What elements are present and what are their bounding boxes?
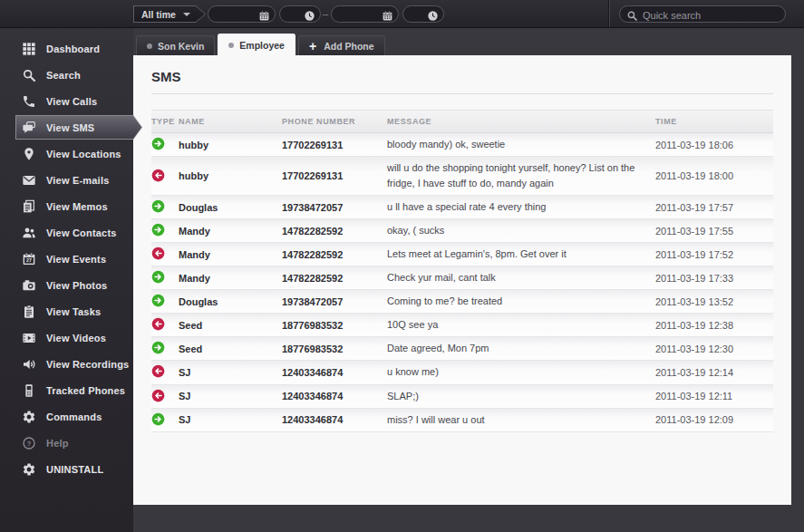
sms-row[interactable]: Mandy14782282592Check yur mail, cant tal…: [151, 266, 773, 290]
sidebar-item-label: View Videos: [46, 333, 106, 343]
sidebar-item-view-videos[interactable]: View Videos: [0, 324, 133, 351]
help-icon: ?: [21, 436, 37, 450]
outgoing-icon: [151, 364, 165, 380]
contacts-icon: [21, 226, 37, 240]
cell-type: [151, 389, 179, 404]
column-header-type[interactable]: TYPE: [151, 117, 179, 126]
cell-message: SLAP;): [387, 389, 655, 404]
sms-row[interactable]: Mandy14782282592okay, ( sucks2011-03-19 …: [151, 219, 773, 243]
sidebar-item-commands[interactable]: Commands: [0, 403, 133, 430]
cell-message: 10Q see ya: [387, 317, 655, 333]
cell-name: SJ: [179, 367, 282, 378]
range-dash: –: [323, 8, 328, 19]
incoming-icon: [151, 223, 165, 238]
tab-son-kevin[interactable]: Son Kevin: [136, 35, 215, 55]
sidebar-item-view-memos[interactable]: View Memos: [0, 193, 133, 219]
outgoing-icon: [151, 169, 165, 184]
outgoing-icon: [151, 317, 165, 333]
svg-text:27: 27: [26, 257, 32, 263]
sms-bubbles-icon: [21, 121, 37, 135]
cell-time: 2011-03-19 17:33: [655, 273, 773, 284]
calendar-icon[interactable]: [382, 9, 393, 25]
clock-icon[interactable]: [427, 9, 439, 25]
speaker-icon: [21, 357, 37, 372]
memo-pages-icon: [21, 199, 37, 214]
cell-name: Seed: [179, 343, 282, 354]
sidebar-item-view-photos[interactable]: View Photos: [0, 272, 133, 298]
sms-row[interactable]: Mandy14782282592Lets meet at Legamin's, …: [151, 243, 773, 266]
sms-row[interactable]: Douglas19738472057u ll have a special ra…: [151, 196, 773, 219]
cell-phone-number: 17702269131: [282, 140, 387, 150]
table-body: hubby17702269131bloody mandy) ok, sweeti…: [151, 133, 773, 432]
sidebar-item-dashboard[interactable]: Dashboard: [0, 35, 133, 62]
sidebar-item-view-events[interactable]: 27View Events: [0, 246, 133, 272]
phone-tabstrip: Son KevinEmployee+Add Phone: [133, 28, 804, 55]
cell-time: 2011-03-19 12:11: [655, 391, 773, 401]
column-header-name[interactable]: NAME: [179, 117, 282, 126]
cell-name: hubby: [179, 170, 282, 181]
sidebar-item-view-tasks[interactable]: View Tasks: [0, 298, 133, 324]
page-title: SMS: [151, 55, 773, 94]
search-icon: [626, 9, 638, 25]
cell-name: Douglas: [179, 296, 282, 307]
cell-type: [151, 270, 179, 285]
sidebar-item-view-recordings[interactable]: View Recordings: [0, 351, 133, 377]
cell-phone-number: 19738472057: [282, 202, 387, 213]
tab-add-phone[interactable]: +Add Phone: [298, 35, 385, 55]
sms-table: TYPENAMEPHONE NUMBERMESSAGETIME hubby177…: [151, 110, 773, 432]
mobile-phone-icon: [21, 383, 37, 398]
sidebar-item-label: UNINSTALL: [46, 464, 103, 475]
time-range-select[interactable]: All time: [133, 5, 206, 23]
chevron-down-icon: [183, 13, 190, 16]
sidebar-item-tracked-phones[interactable]: Tracked Phones: [0, 377, 133, 403]
sms-row[interactable]: hubby17702269131bloody mandy) ok, sweeti…: [151, 133, 773, 157]
cell-phone-number: 14782282592: [282, 249, 387, 260]
cell-type: [151, 137, 179, 152]
incoming-icon: [151, 199, 165, 215]
incoming-icon: [151, 412, 165, 428]
sms-row[interactable]: SJ12403346874miss? I will wear u out2011…: [151, 409, 773, 432]
cell-name: Mandy: [179, 226, 282, 237]
sidebar-item-view-contacts[interactable]: View Contacts: [0, 219, 133, 246]
time-from-field: [279, 5, 321, 23]
cell-phone-number: 18776983532: [282, 343, 387, 354]
sms-row[interactable]: SJ12403346874SLAP;)2011-03-19 12:11: [151, 385, 773, 409]
sidebar-item-label: View Tasks: [46, 306, 101, 317]
sms-row[interactable]: hubby17702269131will u do the shopping t…: [151, 157, 773, 196]
sidebar-item-view-e-mails[interactable]: View E-mails: [0, 167, 133, 193]
sidebar-item-help[interactable]: ?Help: [0, 430, 133, 456]
tab-label: Add Phone: [324, 41, 373, 52]
cell-phone-number: 19738472057: [282, 296, 387, 307]
sidebar-item-label: Commands: [46, 411, 102, 422]
clipboard-icon: [21, 305, 37, 319]
sms-row[interactable]: SJ12403346874u know me)2011-03-19 12:14: [151, 361, 773, 384]
cell-type: [151, 169, 179, 184]
sidebar-item-view-sms[interactable]: View SMS: [0, 114, 133, 140]
outgoing-icon: [151, 247, 165, 262]
incoming-icon: [151, 341, 165, 356]
clock-icon[interactable]: [304, 9, 315, 25]
quick-search-input[interactable]: [620, 8, 785, 24]
sms-row[interactable]: Seed18776983532Date agreed, Mon 7pm2011-…: [151, 337, 773, 361]
tab-employee[interactable]: Employee: [218, 34, 295, 55]
sidebar-item-view-calls[interactable]: View Calls: [0, 88, 133, 114]
sidebar-item-label: View Memos: [46, 201, 108, 212]
cell-name: Douglas: [179, 202, 282, 213]
sms-row[interactable]: Seed1877698353210Q see ya2011-03-19 12:3…: [151, 314, 773, 337]
cell-message: will u do the shopping tonight yurself, …: [387, 160, 655, 191]
plus-icon: +: [309, 40, 316, 53]
cell-phone-number: 12403346874: [282, 367, 387, 378]
sidebar-item-label: Dashboard: [46, 44, 100, 54]
column-header-time[interactable]: TIME: [655, 117, 773, 126]
table-header: TYPENAMEPHONE NUMBERMESSAGETIME: [151, 110, 773, 133]
cell-time: 2011-03-19 17:52: [655, 249, 773, 260]
column-header-message[interactable]: MESSAGE: [387, 117, 655, 126]
sidebar-item-view-locations[interactable]: View Locations: [0, 140, 133, 167]
column-header-phone-number[interactable]: PHONE NUMBER: [282, 117, 387, 126]
topbar: All time –: [0, 0, 804, 28]
calendar-icon[interactable]: [258, 9, 270, 25]
sms-row[interactable]: Douglas19738472057Coming to me? be treat…: [151, 290, 773, 314]
date-from-field: [208, 5, 276, 23]
sidebar-item-search[interactable]: Search: [0, 62, 133, 88]
sidebar-item-uninstall[interactable]: UNINSTALL: [0, 456, 133, 482]
